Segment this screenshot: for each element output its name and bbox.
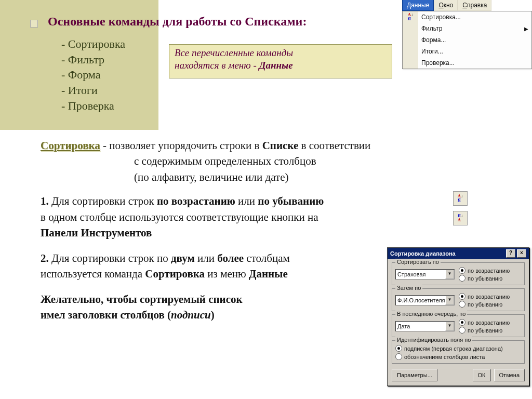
command-list: - Сортировка - Фильтр - Форма - Итоги - …	[61, 36, 125, 113]
cancel-button[interactable]: Отмена	[494, 369, 525, 381]
sort-toolbar-buttons: А↓Я Я↓А	[453, 191, 468, 225]
menu-icon-column: А↓Я	[403, 11, 418, 69]
sort-asc-button[interactable]: А↓Я	[453, 191, 468, 206]
dialog-buttons: Параметры... ОК Отмена	[392, 367, 525, 381]
dialog-titlebar: Сортировка диапазона ? ×	[388, 248, 529, 259]
menubar-item-data[interactable]: Данные	[402, 0, 434, 11]
dropdown-icon: ▼	[445, 322, 454, 331]
list-item: - Фильтр	[61, 52, 125, 68]
sort-group-2: Затем по Ф.И.О.посетителя▼ по возрастани…	[392, 288, 525, 311]
radio-desc-3[interactable]: по убыванию	[459, 327, 510, 334]
sort-asc-icon: А↓Я	[408, 13, 413, 21]
sort-field-3[interactable]: Дата▼	[395, 321, 455, 331]
sort-group-1: Сортировать по Страховая▼ по возрастанию…	[392, 262, 525, 285]
note-line1: Все перечисленные команды	[175, 47, 387, 59]
sort-field-2[interactable]: Ф.И.О.посетителя▼	[395, 295, 455, 305]
menu-item-validate[interactable]: Проверка...	[418, 57, 531, 69]
title-bullet	[30, 20, 38, 28]
help-button[interactable]: ?	[506, 249, 515, 258]
menubar-item-help[interactable]: Справка	[458, 0, 491, 11]
menu-item-form[interactable]: Форма...	[418, 34, 531, 46]
sort-dialog: Сортировка диапазона ? × Сортировать по …	[387, 247, 529, 386]
sort-desc-button[interactable]: Я↓А	[453, 211, 468, 225]
menu-dropdown: А↓Я Сортировка... Фильтр▶ Форма... Итоги…	[402, 11, 532, 69]
sort-field-1[interactable]: Страховая▼	[395, 269, 455, 280]
menubar-item-window[interactable]: Окно	[434, 0, 458, 11]
list-item: - Форма	[61, 67, 125, 83]
menu-items: Сортировка... Фильтр▶ Форма... Итоги... …	[418, 11, 531, 69]
radio-asc-3[interactable]: по возрастанию	[459, 319, 510, 326]
dialog-title: Сортировка диапазона	[390, 250, 504, 257]
radio-asc-2[interactable]: по возрастанию	[459, 293, 510, 300]
radio-desc-1[interactable]: по убыванию	[459, 275, 510, 282]
note-line2: находятся в меню - Данные	[175, 59, 387, 72]
list-item: - Итоги	[61, 83, 125, 98]
radio-by-columns[interactable]: обозначениям столбцов листа	[395, 353, 521, 360]
radio-asc-1[interactable]: по возрастанию	[459, 267, 510, 274]
menubar: Данные Окно Справка	[402, 0, 532, 11]
submenu-arrow-icon: ▶	[524, 26, 528, 32]
menu-item-sort[interactable]: Сортировка...	[418, 11, 531, 23]
dropdown-icon: ▼	[445, 296, 454, 305]
menu-item-totals[interactable]: Итоги...	[418, 46, 531, 57]
radio-desc-2[interactable]: по убыванию	[459, 301, 510, 308]
sort-heading: Сортировка	[41, 139, 100, 152]
dropdown-icon: ▼	[445, 270, 454, 279]
dialog-body: Сортировать по Страховая▼ по возрастанию…	[388, 259, 529, 385]
note-box: Все перечисленные команды находятся в ме…	[169, 44, 392, 78]
content-area: Сортировка - позволяет упорядочить строк…	[41, 138, 404, 323]
close-button[interactable]: ×	[517, 249, 526, 258]
identify-group: Идентифицировать поля по подписям (перва…	[392, 340, 525, 364]
menu-item-filter[interactable]: Фильтр▶	[418, 23, 531, 34]
params-button[interactable]: Параметры...	[392, 369, 437, 381]
sort-group-3: В последнюю очередь, по Дата▼ по возраст…	[392, 314, 525, 337]
page-title: Основные команды для работы со Списками:	[48, 15, 307, 29]
list-item: - Проверка	[61, 98, 125, 114]
ok-button[interactable]: ОК	[473, 369, 491, 381]
list-item: - Сортировка	[61, 36, 125, 52]
radio-by-labels[interactable]: подписям (первая строка диапазона)	[395, 345, 521, 352]
menu-screenshot: Данные Окно Справка А↓Я Сортировка... Фи…	[402, 0, 532, 69]
